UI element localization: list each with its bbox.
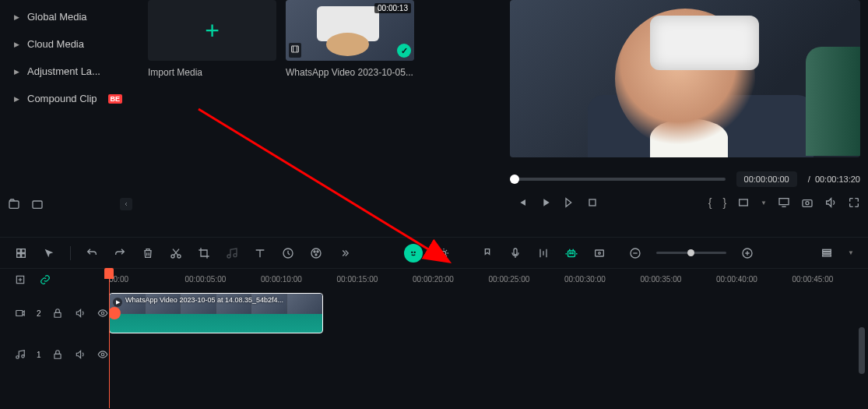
smart-edit-icon[interactable] bbox=[564, 246, 578, 260]
lock-icon[interactable] bbox=[52, 348, 64, 361]
crop-icon[interactable] bbox=[197, 246, 211, 260]
cut-icon[interactable] bbox=[169, 246, 183, 260]
zoom-out-icon[interactable] bbox=[628, 246, 642, 260]
stop-icon[interactable] bbox=[586, 196, 599, 209]
folder-plus-icon[interactable] bbox=[8, 198, 20, 210]
svg-point-7 bbox=[806, 202, 809, 205]
ratio-icon[interactable] bbox=[737, 196, 750, 209]
timeline-clip[interactable]: ▶ WhatsApp Video 2023-10-05 at 14.08.35_… bbox=[109, 293, 323, 333]
svg-rect-3 bbox=[589, 199, 596, 206]
zoom-slider[interactable] bbox=[656, 252, 726, 254]
audio-track-icon bbox=[14, 348, 26, 361]
sidebar-label: Compound Clip bbox=[27, 93, 97, 104]
add-track-icon[interactable] bbox=[14, 273, 26, 286]
timeline-ruler[interactable]: 00:00 00:00:05:00 00:00:10:00 00:00:15:0… bbox=[0, 268, 868, 290]
svg-rect-1 bbox=[33, 201, 42, 208]
folder-icon[interactable] bbox=[31, 198, 44, 210]
preview-viewport bbox=[510, 0, 860, 157]
plus-icon: + bbox=[205, 16, 220, 45]
ai-assist-icon[interactable] bbox=[404, 244, 423, 263]
sidebar-item-cloud-media[interactable]: ▶ Cloud Media bbox=[8, 30, 132, 58]
mark-in-icon[interactable]: { bbox=[708, 196, 712, 209]
seek-handle[interactable] bbox=[510, 175, 519, 184]
chevron-right-icon: ▶ bbox=[14, 68, 19, 76]
more-tools-icon[interactable] bbox=[337, 246, 351, 260]
frame-icon[interactable] bbox=[592, 246, 606, 260]
chevron-right-icon: ▶ bbox=[14, 41, 19, 48]
dropdown-icon[interactable]: ▼ bbox=[761, 199, 767, 206]
track-view-icon[interactable] bbox=[820, 246, 834, 260]
svg-rect-2 bbox=[292, 46, 299, 52]
redo-icon[interactable] bbox=[113, 246, 127, 260]
play-forward-icon[interactable] bbox=[563, 196, 575, 209]
svg-rect-11 bbox=[22, 253, 26, 257]
svg-point-19 bbox=[411, 251, 413, 252]
svg-rect-5 bbox=[779, 199, 789, 205]
sidebar-item-adjustment-layers[interactable]: ▶ Adjustment La... bbox=[8, 58, 132, 85]
svg-rect-6 bbox=[803, 200, 812, 207]
clip-duration: 00:00:13 bbox=[374, 3, 411, 13]
preview-seek-slider[interactable] bbox=[510, 178, 726, 181]
color-icon[interactable] bbox=[309, 246, 323, 260]
mark-out-icon[interactable]: } bbox=[722, 196, 726, 209]
svg-rect-4 bbox=[740, 199, 748, 206]
svg-rect-35 bbox=[54, 312, 61, 317]
svg-rect-32 bbox=[823, 255, 831, 256]
fullscreen-icon[interactable] bbox=[848, 196, 860, 209]
check-icon: ✓ bbox=[397, 44, 411, 58]
sidebar-item-global-media[interactable]: ▶ Global Media bbox=[8, 3, 132, 30]
svg-point-20 bbox=[414, 251, 416, 252]
clip-name: WhatsApp Video 2023-10-05... bbox=[286, 67, 414, 78]
voiceover-icon[interactable] bbox=[508, 246, 522, 260]
effects-icon[interactable] bbox=[437, 246, 451, 260]
svg-rect-30 bbox=[823, 249, 831, 251]
link-icon[interactable] bbox=[39, 273, 51, 286]
delete-icon[interactable] bbox=[141, 246, 155, 260]
svg-rect-22 bbox=[514, 249, 517, 255]
speed-icon[interactable] bbox=[281, 246, 295, 260]
volume-icon[interactable] bbox=[824, 196, 837, 209]
marker-icon[interactable] bbox=[480, 246, 494, 260]
svg-point-27 bbox=[599, 252, 601, 254]
snapshot-icon[interactable] bbox=[801, 196, 814, 209]
undo-icon[interactable] bbox=[85, 246, 99, 260]
svg-point-36 bbox=[102, 312, 105, 315]
sidebar-item-compound-clip[interactable]: ▶ Compound Clip BE bbox=[8, 85, 132, 112]
clip-trim-handle[interactable] bbox=[109, 307, 121, 319]
sidebar-label: Cloud Media bbox=[27, 38, 84, 50]
mute-icon[interactable] bbox=[75, 307, 86, 319]
timeline-toolbar: ▼ bbox=[0, 237, 868, 268]
playhead[interactable] bbox=[104, 268, 114, 279]
dropdown-icon[interactable]: ▼ bbox=[848, 249, 854, 256]
prev-frame-icon[interactable] bbox=[516, 196, 529, 209]
svg-point-17 bbox=[317, 251, 318, 252]
visibility-icon[interactable] bbox=[97, 348, 109, 361]
film-icon bbox=[289, 43, 301, 58]
monitor-icon[interactable] bbox=[778, 196, 790, 209]
import-media-card[interactable]: + Import Media bbox=[148, 0, 276, 78]
audio-mix-icon[interactable] bbox=[536, 246, 550, 260]
zoom-in-icon[interactable] bbox=[740, 246, 754, 260]
music-icon bbox=[225, 246, 239, 260]
chevron-right-icon: ▶ bbox=[14, 13, 19, 21]
text-icon[interactable] bbox=[253, 246, 267, 260]
svg-rect-31 bbox=[823, 252, 831, 253]
play-icon[interactable] bbox=[539, 196, 552, 209]
chevron-right-icon: ▶ bbox=[14, 95, 19, 103]
video-track[interactable]: 2 ▶ WhatsApp Video 2023-10-05 at 14.08.3… bbox=[0, 290, 868, 337]
lock-icon[interactable] bbox=[52, 307, 64, 319]
scrollbar-thumb[interactable] bbox=[859, 327, 865, 374]
svg-rect-34 bbox=[16, 311, 22, 316]
visibility-icon[interactable] bbox=[97, 307, 109, 319]
collapse-sidebar-icon[interactable] bbox=[120, 198, 132, 210]
svg-rect-10 bbox=[17, 253, 21, 257]
mute-icon[interactable] bbox=[75, 348, 86, 361]
video-track-icon bbox=[14, 307, 26, 319]
svg-rect-8 bbox=[17, 249, 21, 252]
svg-point-37 bbox=[16, 356, 19, 359]
media-clip-card[interactable]: 00:00:13 ✓ WhatsApp Video 2023-10-05... bbox=[286, 0, 414, 78]
select-tool-icon[interactable] bbox=[14, 246, 28, 260]
cursor-tool-icon[interactable] bbox=[42, 246, 56, 260]
current-time: 00:00:00:00 bbox=[736, 171, 797, 187]
audio-track[interactable]: 1 bbox=[0, 337, 868, 372]
